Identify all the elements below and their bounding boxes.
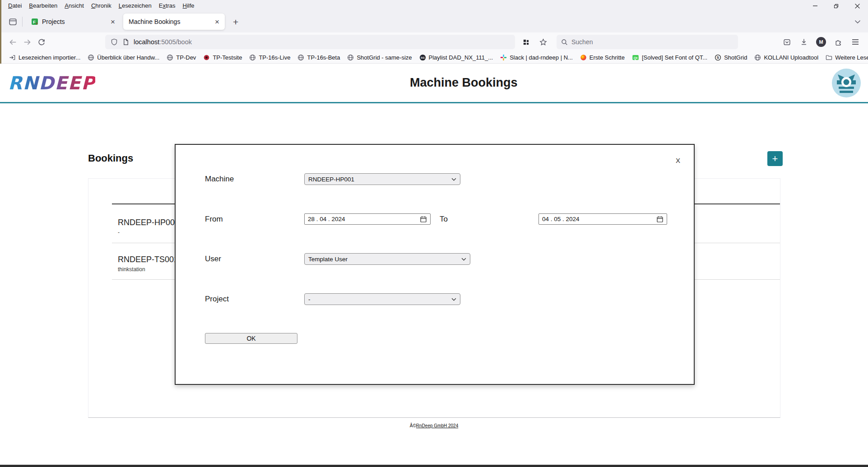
bookmark-item[interactable]: TP-Dev [163,53,200,62]
toolbar-icons: M [780,35,868,49]
qt-icon: Qt [632,54,639,61]
firefox-view-icon [9,18,17,26]
globe-icon [297,54,304,61]
project-select[interactable]: - [304,293,460,305]
bookmark-item[interactable]: TP-16s-Live [246,53,294,62]
menu-extras[interactable]: Extras [155,1,179,10]
svg-text:Qt: Qt [634,55,638,60]
close-window-button[interactable] [847,0,868,12]
page-title: Machine Bookings [95,76,832,90]
footer-link[interactable]: RnDeep GmbH 2024 [416,423,458,428]
reload-button[interactable] [34,35,49,49]
bookmark-item[interactable]: SGPlaylist DAD_NX_111_... [416,53,497,62]
forward-button[interactable] [20,35,34,49]
rndeep-logo: RNDEEP [8,73,95,93]
bookmark-label: KOLLANI Uploadtool [764,54,818,61]
menu-chronik[interactable]: Chronik [88,1,115,10]
search-input[interactable] [571,38,733,46]
firefox-view-button[interactable] [6,15,19,28]
tab-label: Projects [42,18,107,25]
menu-hilfe[interactable]: Hilfe [179,1,198,10]
tab-bar: F3 Projects × Machine Bookings × + [0,11,868,32]
globe-icon [347,54,354,61]
machine-select-value: RNDEEP-HP001 [308,176,354,183]
globe-icon [167,54,173,61]
dialog-close-button[interactable]: X [676,157,680,164]
pocket-save-icon[interactable] [780,35,794,49]
globe-icon [88,54,94,61]
list-tabs-chevron-icon[interactable] [854,20,861,24]
header-divider [0,102,868,103]
restore-icon [833,3,839,9]
to-label: To [440,213,448,225]
taskbar-edge [0,465,868,467]
chevron-down-icon [461,258,466,261]
firefox-icon [580,54,587,61]
menu-ansicht[interactable]: Ansicht [61,1,88,10]
menu-lesezeichen[interactable]: Lesezeichen [115,1,155,10]
machine-label: Machine [205,173,234,185]
url-bar[interactable]: localhost:5005/book [105,35,515,49]
robot-avatar[interactable] [832,69,861,97]
from-date-input[interactable]: 28 . 04 . 2024 [304,213,431,225]
machine-select[interactable]: RNDEEP-HP001 [304,173,460,185]
menu-hamburger-icon[interactable] [848,35,863,49]
user-select-value: Template User [308,256,348,263]
menu-datei[interactable]: Datei [5,1,25,10]
calendar-icon[interactable] [420,216,427,223]
bookmark-item[interactable]: TP-Testsite [200,53,246,62]
more-bookmarks-label: Weitere Lesezeichen [835,54,868,61]
bookmark-item[interactable]: KOLLANI Uploadtool [751,53,822,62]
more-bookmarks-button[interactable]: Weitere Lesezeichen [822,53,868,62]
calendar-icon[interactable] [656,216,664,223]
minimize-button[interactable] [804,0,826,12]
bookmarks-list: Lesezeichen importier...Überblick über H… [5,53,822,62]
close-icon [854,3,860,9]
bookmark-item[interactable]: SShotGrid [711,53,751,62]
minimize-icon [812,3,818,9]
navigation-bar: localhost:5005/book M [0,32,868,51]
ok-button[interactable]: OK [205,333,297,344]
bookmark-item[interactable]: Überblick über Handw... [84,53,163,62]
bookmark-label: [Solved] Set Font of QT... [642,54,707,61]
new-tab-button[interactable]: + [227,17,244,27]
bookmark-star-icon[interactable] [536,35,550,49]
svg-text:SG: SG [421,56,425,59]
bookmark-item[interactable]: Erste Schritte [576,53,628,62]
account-avatar[interactable]: M [814,35,828,49]
from-label: From [205,213,223,225]
search-bar[interactable] [557,35,738,49]
browser-window: DateiBearbeitenAnsichtChronikLesezeichen… [0,0,868,467]
search-icon [561,39,568,46]
bookmark-item[interactable]: Slack | dad-rndeep | N... [497,53,576,62]
url-text[interactable]: localhost:5005/book [134,38,192,46]
to-date-input[interactable]: 04 . 05 . 2024 [538,213,667,225]
booking-dialog: X Machine RNDEEP-HP001 From 28 . 04 . 20… [175,144,695,385]
add-booking-button[interactable]: + [767,151,783,166]
tab-close-icon[interactable]: × [111,18,115,26]
bookmark-item[interactable]: Qt[Solved] Set Font of QT... [628,53,711,62]
bookmark-label: TP-Testsite [213,54,242,61]
tab-projects[interactable]: F3 Projects × [26,14,121,30]
svg-text:S: S [717,55,719,60]
tab-machine-bookings[interactable]: Machine Bookings × [123,14,225,30]
projects-favicon-icon: F3 [31,18,38,25]
menu-bearbeiten[interactable]: Bearbeiten [25,1,61,10]
page-info-icon[interactable] [122,38,129,46]
grid-icon[interactable] [519,35,533,49]
extensions-puzzle-icon[interactable] [831,35,845,49]
tab-label: Machine Bookings [129,18,211,25]
bookmark-item[interactable]: TP-16s-Beta [294,53,343,62]
shield-icon[interactable] [111,38,118,46]
tab-close-icon[interactable]: × [215,18,219,26]
bookmarks-bar: Lesezeichen importier...Überblick über H… [0,51,868,64]
bookmark-item[interactable]: Lesezeichen importier... [5,53,84,62]
chevron-down-icon [451,298,456,301]
menu-bar: DateiBearbeitenAnsichtChronikLesezeichen… [0,0,868,11]
download-icon[interactable] [797,35,811,49]
back-button[interactable] [5,35,20,49]
user-select[interactable]: Template User [304,253,470,265]
bookmark-item[interactable]: ShotGrid - same-size [343,53,415,62]
restore-button[interactable] [826,0,847,12]
bookmark-label: TP-Dev [176,54,196,61]
